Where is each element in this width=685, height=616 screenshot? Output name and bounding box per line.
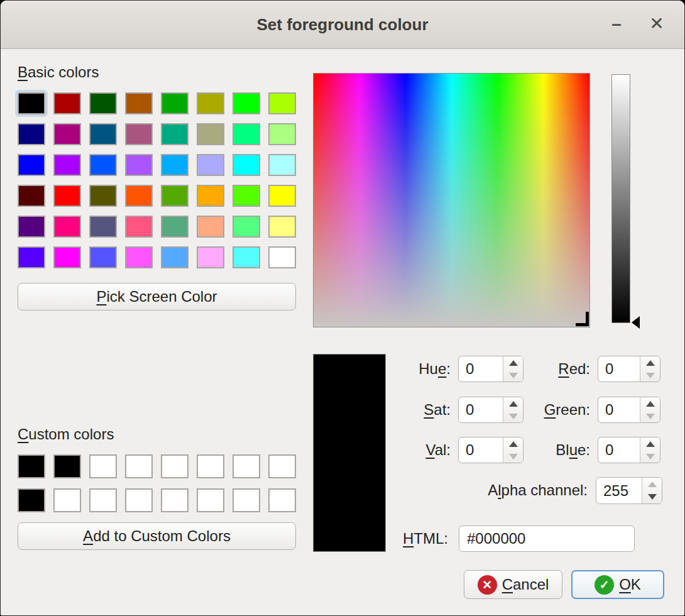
basic-color-swatch[interactable]: [53, 123, 81, 145]
green-spinner: [640, 397, 660, 422]
basic-color-swatch[interactable]: [233, 185, 260, 207]
basic-color-swatch[interactable]: [18, 154, 45, 176]
basic-color-swatch[interactable]: [161, 154, 189, 176]
basic-color-swatch[interactable]: [18, 92, 45, 114]
custom-color-swatch[interactable]: [18, 454, 45, 478]
red-input[interactable]: [598, 356, 640, 382]
custom-color-swatch[interactable]: [18, 488, 45, 512]
custom-color-swatch[interactable]: [125, 488, 153, 512]
basic-color-swatch[interactable]: [161, 123, 189, 145]
custom-color-swatch[interactable]: [197, 488, 224, 512]
sat-spinner-down[interactable]: [503, 410, 523, 422]
basic-color-swatch[interactable]: [125, 246, 153, 268]
basic-color-swatch[interactable]: [161, 92, 189, 114]
custom-color-swatch[interactable]: [233, 454, 260, 478]
pick-screen-color-button[interactable]: Pick Screen Color: [18, 283, 296, 311]
basic-color-swatch[interactable]: [197, 246, 224, 268]
custom-color-swatch[interactable]: [53, 488, 81, 512]
green-spinner-down[interactable]: [640, 410, 660, 422]
basic-color-swatch[interactable]: [233, 154, 260, 176]
val-spinner-down[interactable]: [503, 450, 523, 463]
custom-color-swatch[interactable]: [161, 488, 189, 512]
basic-color-swatch[interactable]: [233, 216, 260, 238]
alpha-spinbox: [596, 477, 662, 504]
hue-sat-area[interactable]: [313, 73, 590, 327]
basic-color-swatch[interactable]: [197, 92, 224, 114]
basic-color-swatch[interactable]: [197, 154, 224, 176]
basic-color-swatch[interactable]: [268, 123, 296, 145]
basic-color-swatch[interactable]: [89, 123, 117, 145]
alpha-spinner-up[interactable]: [642, 478, 662, 491]
blue-input[interactable]: [598, 437, 640, 463]
basic-color-swatch[interactable]: [197, 216, 224, 238]
val-input[interactable]: [459, 437, 503, 463]
hue-spinner-down[interactable]: [503, 369, 523, 382]
basic-color-swatch[interactable]: [18, 246, 45, 268]
html-input[interactable]: [459, 525, 635, 552]
basic-color-swatch[interactable]: [268, 185, 296, 207]
blue-spinner-up[interactable]: [640, 437, 660, 450]
basic-color-swatch[interactable]: [161, 185, 189, 207]
value-slider[interactable]: [611, 74, 630, 323]
value-slider-arrow[interactable]: [632, 316, 640, 329]
hue-spinner-up[interactable]: [503, 356, 523, 369]
custom-color-swatch[interactable]: [233, 488, 260, 512]
basic-color-swatch[interactable]: [53, 185, 81, 207]
red-spinner-up[interactable]: [640, 356, 660, 369]
green-input[interactable]: [598, 397, 640, 422]
green-spinner-up[interactable]: [640, 397, 660, 410]
basic-color-swatch[interactable]: [89, 92, 117, 114]
titlebar[interactable]: Set foreground colour – ✕: [1, 1, 684, 49]
basic-color-swatch[interactable]: [53, 154, 81, 176]
basic-color-swatch[interactable]: [197, 185, 224, 207]
custom-color-swatch[interactable]: [161, 454, 189, 478]
cancel-button[interactable]: ✕ Cancel: [464, 570, 562, 599]
red-spinner-down[interactable]: [640, 369, 660, 382]
val-spinner-up[interactable]: [503, 437, 523, 450]
blue-spinner-down[interactable]: [640, 450, 660, 463]
custom-color-swatch[interactable]: [268, 454, 296, 478]
sat-input[interactable]: [459, 397, 503, 422]
basic-color-swatch[interactable]: [89, 246, 117, 268]
basic-color-swatch[interactable]: [53, 246, 81, 268]
sat-spinner-up[interactable]: [503, 397, 523, 410]
basic-color-swatch[interactable]: [18, 216, 45, 238]
minimize-button[interactable]: –: [603, 1, 630, 48]
basic-color-swatch[interactable]: [125, 154, 153, 176]
basic-color-swatch[interactable]: [233, 92, 260, 114]
basic-color-swatch[interactable]: [161, 246, 189, 268]
custom-color-swatch[interactable]: [268, 488, 296, 512]
alpha-input[interactable]: [596, 478, 642, 503]
basic-color-swatch[interactable]: [18, 185, 45, 207]
basic-color-swatch[interactable]: [233, 246, 260, 268]
custom-color-swatch[interactable]: [197, 454, 224, 478]
basic-color-swatch[interactable]: [125, 216, 153, 238]
basic-color-swatch[interactable]: [53, 216, 81, 238]
basic-color-swatch[interactable]: [268, 216, 296, 238]
basic-color-swatch[interactable]: [53, 92, 81, 114]
basic-color-swatch[interactable]: [161, 216, 189, 238]
basic-color-swatch[interactable]: [233, 123, 260, 145]
basic-color-swatch[interactable]: [197, 123, 224, 145]
basic-color-swatch[interactable]: [89, 154, 117, 176]
add-to-custom-colors-button[interactable]: Add to Custom Colors: [18, 522, 296, 550]
basic-color-swatch[interactable]: [18, 123, 45, 145]
custom-color-swatch[interactable]: [53, 454, 81, 478]
alpha-spinner-down[interactable]: [642, 491, 662, 504]
basic-color-swatch[interactable]: [125, 185, 153, 207]
basic-color-swatch[interactable]: [268, 154, 296, 176]
basic-color-swatch[interactable]: [125, 123, 153, 145]
cancel-icon: ✕: [478, 575, 497, 595]
basic-color-swatch[interactable]: [89, 216, 117, 238]
close-button[interactable]: ✕: [643, 1, 671, 48]
basic-color-swatch[interactable]: [89, 185, 117, 207]
custom-color-swatch[interactable]: [125, 454, 153, 478]
ok-button[interactable]: ✓ OK: [571, 570, 664, 599]
custom-color-swatch[interactable]: [89, 454, 117, 478]
basic-color-swatch[interactable]: [268, 92, 296, 114]
red-spinbox: [598, 356, 660, 382]
custom-color-swatch[interactable]: [89, 488, 117, 512]
basic-color-swatch[interactable]: [125, 92, 153, 114]
hue-input[interactable]: [459, 356, 503, 382]
basic-color-swatch[interactable]: [268, 246, 296, 268]
